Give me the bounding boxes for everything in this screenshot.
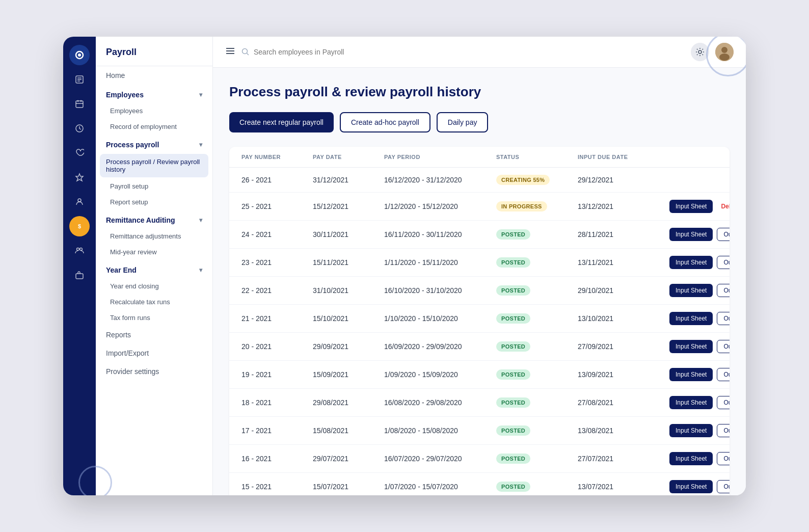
table-row: 16 - 2021 29/07/2021 16/07/2020 - 29/07/… — [229, 445, 730, 473]
nav-icon-contacts[interactable] — [69, 69, 90, 90]
main-content: Process payroll & review payroll history… — [213, 37, 746, 495]
nav-icon-circle[interactable] — [69, 45, 90, 65]
output-sheet-button[interactable]: Output Sheet — [717, 312, 730, 325]
nav-item-payroll-setup[interactable]: Payroll setup — [96, 178, 212, 194]
nav-item-employees[interactable]: Employees — [96, 103, 212, 119]
input-sheet-button[interactable]: Input Sheet — [669, 368, 713, 381]
delete-button[interactable]: Delete — [717, 200, 730, 212]
input-sheet-button[interactable]: Input Sheet — [669, 256, 713, 269]
nav-home[interactable]: Home — [96, 66, 212, 85]
nav-item-record-employment[interactable]: Record of employment — [96, 119, 212, 135]
table-header: PAY NUMBER PAY DATE PAY PERIOD STATUS IN… — [229, 147, 730, 168]
output-sheet-button[interactable]: Output Sheet — [717, 228, 730, 241]
nav-section-process-payroll[interactable]: Process payroll ▾ — [96, 135, 212, 153]
header-input-due-date: INPUT DUE DATE — [578, 154, 669, 160]
cell-pay-period: 16/09/2020 - 29/09/2020 — [384, 342, 496, 351]
page-title: Process payroll & review payroll history — [229, 84, 730, 100]
input-sheet-button[interactable]: Input Sheet — [669, 424, 713, 437]
output-sheet-button[interactable]: Output Sheet — [717, 368, 730, 381]
cell-pay-date: 29/08/2021 — [313, 398, 384, 407]
output-sheet-button[interactable]: Output Sheet — [717, 480, 730, 493]
nav-item-provider-settings[interactable]: Provider settings — [96, 362, 212, 381]
input-sheet-button[interactable]: Input Sheet — [669, 480, 713, 493]
cell-input-due-date: 13/10/2021 — [578, 314, 669, 323]
create-adhoc-payroll-button[interactable]: Create ad-hoc payroll — [340, 112, 430, 132]
row-actions: Input SheetOutput SheetResults — [669, 228, 730, 241]
nav-item-tax-form-runs[interactable]: Tax form runs — [96, 310, 212, 326]
input-sheet-button[interactable]: Input Sheet — [669, 228, 713, 241]
status-badge: CREATING 55% — [496, 175, 550, 185]
cell-pay-date: 15/10/2021 — [313, 314, 384, 323]
table-row: 21 - 2021 15/10/2021 1/10/2020 - 15/10/2… — [229, 305, 730, 333]
output-sheet-button[interactable]: Output Sheet — [717, 340, 730, 353]
nav-icon-star[interactable] — [69, 167, 90, 188]
input-sheet-button[interactable]: Input Sheet — [669, 284, 713, 297]
cell-pay-number: 24 - 2021 — [241, 230, 313, 238]
nav-item-import-export[interactable]: Import/Export — [96, 344, 212, 362]
cell-input-due-date: 13/07/2021 — [578, 483, 669, 491]
output-sheet-button[interactable]: Output Sheet — [717, 256, 730, 269]
output-sheet-button[interactable]: Output Sheet — [717, 424, 730, 437]
cell-pay-period: 16/11/2020 - 30/11/2020 — [384, 230, 496, 238]
nav-icon-briefcase[interactable] — [69, 265, 90, 285]
nav-section-employees[interactable]: Employees ▾ — [96, 85, 212, 103]
table-row: 18 - 2021 29/08/2021 16/08/2020 - 29/08/… — [229, 389, 730, 417]
nav-section-remittance[interactable]: Remittance Auditing ▾ — [96, 210, 212, 228]
menu-icon[interactable] — [225, 46, 235, 59]
nav-icon-calendar[interactable] — [69, 94, 90, 114]
nav-item-recalculate-tax[interactable]: Recalculate tax runs — [96, 294, 212, 310]
table-row: 20 - 2021 29/09/2021 16/09/2020 - 29/09/… — [229, 333, 730, 361]
nav-icon-clock[interactable] — [69, 118, 90, 139]
row-actions: Input SheetDelete — [669, 200, 730, 213]
search-input[interactable] — [254, 48, 407, 56]
nav-icon-heart[interactable] — [69, 143, 90, 163]
nav-icon-person[interactable] — [69, 192, 90, 212]
cell-actions: Input SheetOutput SheetResults — [669, 480, 730, 493]
cell-status: POSTED — [496, 454, 578, 464]
cell-pay-date: 31/12/2021 — [313, 176, 384, 184]
nav-item-mid-year-review[interactable]: Mid-year review — [96, 244, 212, 260]
input-sheet-button[interactable]: Input Sheet — [669, 452, 713, 465]
cell-actions: Input SheetOutput SheetResults — [669, 396, 730, 409]
create-regular-payroll-button[interactable]: Create next regular payroll — [229, 112, 334, 132]
svg-point-12 — [78, 199, 81, 202]
nav-icon-dollar[interactable]: $ — [69, 216, 90, 236]
input-sheet-button[interactable]: Input Sheet — [669, 200, 713, 213]
cell-pay-number: 17 - 2021 — [241, 427, 313, 435]
daily-pay-button[interactable]: Daily pay — [437, 112, 489, 132]
user-avatar[interactable] — [715, 43, 734, 61]
input-sheet-button[interactable]: Input Sheet — [669, 340, 713, 353]
table-row: 24 - 2021 30/11/2021 16/11/2020 - 30/11/… — [229, 221, 730, 249]
output-sheet-button[interactable]: Output Sheet — [717, 396, 730, 409]
svg-point-1 — [78, 54, 81, 57]
cell-status: POSTED — [496, 341, 578, 352]
cell-actions: Input SheetDelete — [669, 200, 730, 213]
nav-item-reports[interactable]: Reports — [96, 326, 212, 344]
nav-item-remittance-adjustments[interactable]: Remittance adjustments — [96, 228, 212, 244]
table-row: 23 - 2021 15/11/2021 1/11/2020 - 15/11/2… — [229, 249, 730, 277]
output-sheet-button[interactable]: Output Sheet — [717, 452, 730, 465]
nav-item-process-payroll-review[interactable]: Process payroll / Review payroll history — [100, 154, 208, 177]
table-row: 15 - 2021 15/07/2021 1/07/2020 - 15/07/2… — [229, 473, 730, 495]
cell-actions: Input SheetOutput SheetResults — [669, 368, 730, 381]
nav-section-year-end[interactable]: Year End ▾ — [96, 260, 212, 278]
nav-item-report-setup[interactable]: Report setup — [96, 194, 212, 210]
nav-item-year-end-closing[interactable]: Year end closing — [96, 278, 212, 294]
svg-line-22 — [247, 54, 249, 56]
content-area: Process payroll & review payroll history… — [213, 68, 746, 495]
cell-input-due-date: 27/08/2021 — [578, 398, 669, 407]
action-buttons: Create next regular payroll Create ad-ho… — [229, 112, 730, 132]
search-icon — [241, 48, 250, 56]
status-badge: POSTED — [496, 313, 530, 324]
cell-pay-period: 1/09/2020 - 15/09/2020 — [384, 370, 496, 379]
input-sheet-button[interactable]: Input Sheet — [669, 396, 713, 409]
nav-icon-team[interactable] — [69, 241, 90, 261]
output-sheet-button[interactable]: Output Sheet — [717, 284, 730, 297]
topbar — [213, 37, 746, 68]
cell-pay-date: 15/07/2021 — [313, 483, 384, 491]
settings-icon[interactable] — [691, 43, 709, 61]
input-sheet-button[interactable]: Input Sheet — [669, 312, 713, 325]
payroll-table: PAY NUMBER PAY DATE PAY PERIOD STATUS IN… — [229, 147, 730, 495]
cell-status: POSTED — [496, 397, 578, 408]
svg-rect-17 — [76, 274, 83, 279]
